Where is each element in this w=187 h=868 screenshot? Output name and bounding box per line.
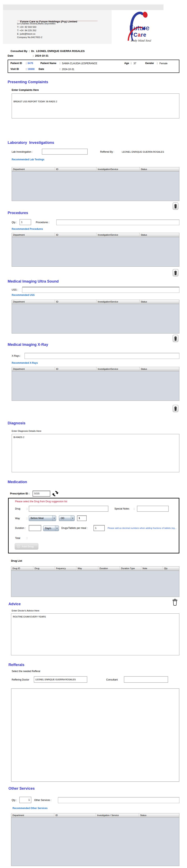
logo-word-care: Care <box>134 32 146 38</box>
column-header[interactable]: Status <box>140 300 179 304</box>
complaints-label: Enter Complaints Here <box>12 89 39 91</box>
procedures-qty-label: Qty : <box>12 221 17 224</box>
company-phone-2: T: +24 84 225 252 <box>17 29 36 32</box>
procedures-table-header: Department ID Investigation/Service Stat… <box>12 233 179 237</box>
clear-procedures-button[interactable] <box>173 269 179 277</box>
column-header[interactable]: ID <box>55 233 97 237</box>
add-drug-button[interactable]: + Add Drug <box>15 543 38 550</box>
xray-table-header: Department ID Investigation/Service Stat… <box>12 367 179 371</box>
company-title-rule <box>17 21 98 21</box>
lab-referred-by-value: LEONEL ENRIQUE GUERRA ROSALES <box>122 151 164 153</box>
drug-suggestion-warning: Please select the Drug from Drug suggess… <box>15 500 67 503</box>
column-header[interactable]: ID <box>55 300 97 304</box>
recommended-xray-link: Recommended X-Rays <box>12 362 38 364</box>
xray-input[interactable] <box>25 353 179 359</box>
visit-id-label: Visit ID <box>10 68 19 70</box>
logo-tagline: Body Mind Soul <box>131 39 151 42</box>
add-drug-label: Add Drug <box>22 545 34 548</box>
section-title-uss: Medical Imaging Ultra Sound <box>8 279 59 284</box>
patient-info-box: Patient ID : 8476 Patient Name : SAMIA C… <box>8 60 179 73</box>
way-select[interactable]: Before Meal ▼ <box>29 515 56 521</box>
column-header[interactable]: Fequency <box>55 566 76 570</box>
column-header[interactable]: Way <box>76 566 98 570</box>
special-notes-input[interactable] <box>137 506 169 512</box>
patient-id-value: 8476 <box>28 62 33 65</box>
consultant-input[interactable] <box>124 676 168 683</box>
diagnosis-textarea[interactable]: BI-RADS 2 <box>12 434 179 472</box>
lab-referred-by-label: Reffered By : <box>100 150 114 153</box>
frequency-qty-input[interactable] <box>77 515 87 521</box>
xray-label: X-Rays : <box>12 354 21 357</box>
section-title-complaints: Presenting Complaints <box>8 80 48 84</box>
duration-unit-select[interactable]: Day/s ▼ <box>43 525 59 531</box>
procedures-input[interactable] <box>56 219 179 225</box>
section-title-procedures: Procedures <box>8 211 28 215</box>
add-icon: + <box>17 545 20 548</box>
column-header[interactable]: Investigation/Service <box>97 167 140 172</box>
clear-lab-button[interactable] <box>173 203 179 210</box>
column-header[interactable]: Department <box>12 300 55 304</box>
per-meal-label: Drugs/Tablets per meal : <box>61 527 87 529</box>
column-header[interactable]: Drug <box>33 566 55 570</box>
column-header[interactable]: Duration Type <box>120 566 141 570</box>
column-header[interactable]: Department <box>12 167 55 172</box>
lab-investigation-input[interactable] <box>42 149 88 155</box>
drug-label: Drug <box>15 507 20 510</box>
column-header[interactable]: Investigation/Service <box>97 300 140 304</box>
visit-id-value: 16668 <box>28 68 35 70</box>
recommended-other-services-link: Recommended Other Services <box>12 807 47 810</box>
column-header[interactable]: ID <box>54 813 96 817</box>
clear-uss-button[interactable] <box>173 335 179 342</box>
chevron-down-icon: ▼ <box>52 516 56 521</box>
column-header[interactable]: Department <box>12 367 55 371</box>
uss-table: Department ID Investigation/Service Stat… <box>12 300 179 334</box>
drug-input[interactable] <box>29 506 108 512</box>
other-services-qty-input[interactable] <box>19 797 31 803</box>
column-header[interactable]: Status <box>140 167 179 172</box>
company-address: Le Chainter,Victoria,Mahe,Seychelles <box>17 22 55 25</box>
refresh-prescription-button[interactable] <box>52 490 59 497</box>
prescription-id-input[interactable] <box>33 491 50 497</box>
column-header[interactable]: Investigation / Service <box>96 813 139 817</box>
column-header[interactable]: Investigation/Service <box>97 367 140 371</box>
way-label: Way <box>15 517 20 520</box>
visit-date-label: Date <box>8 54 13 57</box>
column-header[interactable]: ID <box>55 167 97 172</box>
fraction-helper-note: Please add as decimal numbers when addin… <box>108 527 178 529</box>
other-services-input[interactable] <box>58 797 179 803</box>
uss-input[interactable] <box>22 287 179 293</box>
column-header[interactable]: Duration <box>98 566 120 570</box>
column-header[interactable]: Department <box>11 813 54 817</box>
column-header[interactable]: Department <box>12 233 55 237</box>
referring-doctor-input[interactable] <box>34 676 87 683</box>
drug-list-label: Drug List <box>11 559 22 562</box>
column-header[interactable]: Drug ID <box>11 566 33 570</box>
complaints-textarea[interactable]: BREAST USS REPORT TODAY: BI-RADS 2 <box>12 93 179 118</box>
clear-advice-button[interactable] <box>172 598 178 607</box>
trash-icon <box>172 598 178 606</box>
trash-icon <box>174 204 177 209</box>
column-header[interactable]: Status <box>140 233 179 237</box>
column-header[interactable]: Qty <box>163 566 179 570</box>
column-header[interactable]: Status <box>140 367 179 371</box>
column-header[interactable]: Status <box>139 813 179 817</box>
section-title-referrals: Refferals <box>8 662 24 667</box>
clear-xray-button[interactable] <box>173 405 179 412</box>
patient-name-label: Patient Name <box>40 62 56 65</box>
column-header[interactable]: Investigation/Service <box>97 233 140 237</box>
other-services-label: Other Services : <box>34 799 51 802</box>
column-header[interactable]: ID <box>55 367 97 371</box>
procedures-qty-input[interactable] <box>20 219 31 225</box>
company-phone-1: T: +24 82 593 593 <box>17 26 36 28</box>
referral-hint-label: Select the needed Refferal <box>12 670 40 673</box>
column-header[interactable]: Note <box>141 566 163 570</box>
section-title-medication: Medication <box>8 480 27 484</box>
lab-tests-table: Department ID Investigation/Service Stat… <box>12 167 179 201</box>
frequency-select[interactable]: OD ▼ <box>59 515 75 521</box>
logo-heart-a: a <box>138 32 141 38</box>
per-meal-input[interactable] <box>94 525 105 531</box>
duration-input[interactable] <box>29 525 41 531</box>
consulted-by-label: Consulted By : Dr. <box>10 50 35 53</box>
drug-list-table: Drug ID Drug Fequency Way Duration Durat… <box>11 566 179 597</box>
advice-textarea[interactable]: ROUTINE EXAM EVERY YEARS <box>11 614 179 655</box>
